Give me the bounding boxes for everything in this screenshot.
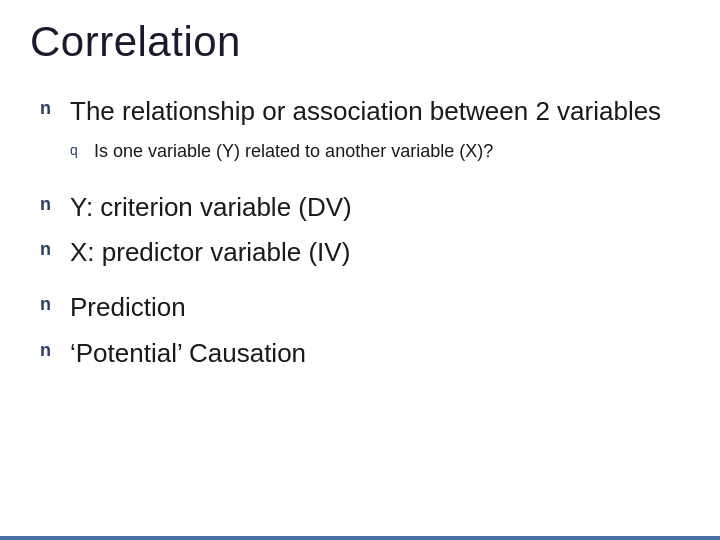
sub-bullet-item-1: q Is one variable (Y) related to another… bbox=[70, 139, 690, 164]
bullet-text-5: ‘Potential’ Causation bbox=[70, 336, 306, 371]
bullet-marker-4: n bbox=[40, 294, 58, 315]
slide-container: Correlation n The relationship or associ… bbox=[0, 0, 720, 540]
bullet-group-1: n The relationship or association betwee… bbox=[40, 94, 690, 172]
bullet-item-5: n ‘Potential’ Causation bbox=[40, 336, 690, 371]
bullet-text-4: Prediction bbox=[70, 290, 186, 325]
bullet-marker-2: n bbox=[40, 194, 58, 215]
bullet-text-1: The relationship or association between … bbox=[70, 94, 661, 129]
slide-title: Correlation bbox=[30, 18, 690, 74]
bullet-item-4: n Prediction bbox=[40, 290, 690, 325]
spacer bbox=[40, 280, 690, 290]
sub-bullet-marker-1: q bbox=[70, 142, 84, 158]
bullet-marker-1: n bbox=[40, 98, 58, 119]
content-area: n The relationship or association betwee… bbox=[30, 94, 690, 510]
sub-bullet-text-1: Is one variable (Y) related to another v… bbox=[94, 139, 493, 164]
bullet-marker-3: n bbox=[40, 239, 58, 260]
bullet-text-3: X: predictor variable (IV) bbox=[70, 235, 350, 270]
bullet-item-2: n Y: criterion variable (DV) bbox=[40, 190, 690, 225]
sub-bullets-1: q Is one variable (Y) related to another… bbox=[70, 139, 690, 164]
bullet-text-2: Y: criterion variable (DV) bbox=[70, 190, 352, 225]
bullet-item-3: n X: predictor variable (IV) bbox=[40, 235, 690, 270]
bottom-border bbox=[0, 536, 720, 540]
bullet-marker-5: n bbox=[40, 340, 58, 361]
bullet-item-1: n The relationship or association betwee… bbox=[40, 94, 690, 129]
